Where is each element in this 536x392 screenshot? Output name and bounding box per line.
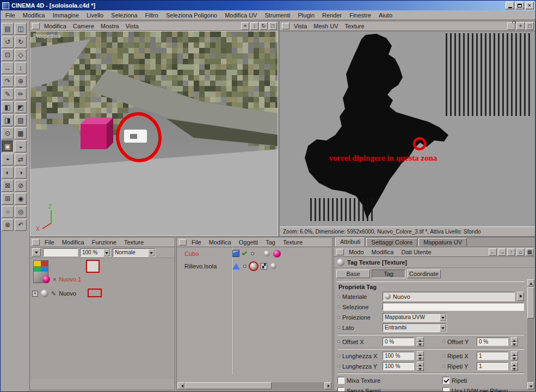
opacity-dropdown[interactable]: 100 % (80, 248, 110, 257)
camera-tool-button[interactable]: ◎ (15, 206, 27, 218)
visibility-dot-icon[interactable] (243, 265, 247, 268)
vertical-scrollbar[interactable] (527, 279, 534, 389)
lunghezza-x-field[interactable]: 100 % (383, 352, 414, 360)
light-tool-button[interactable]: ○ (2, 206, 14, 218)
horizontal-scrollbar[interactable] (177, 382, 331, 389)
object-name[interactable]: Rilievo.Isola (184, 263, 229, 270)
obj-menu-tag[interactable]: Tag (262, 238, 279, 247)
coordinates-tool-button[interactable]: ⊞ (2, 193, 14, 205)
mixa-texture-checkbox[interactable] (337, 377, 344, 384)
object-name[interactable]: Cubo (184, 250, 229, 257)
mat-menu-texture[interactable]: Texture (120, 238, 147, 247)
attr-menu-modifica[interactable]: Modifica (368, 248, 398, 256)
swap-colors-tool-button[interactable]: ⇄ (15, 154, 27, 166)
redo-tool-button[interactable]: ↻ (15, 36, 27, 48)
viewport-menu-icon[interactable] (282, 23, 289, 29)
minimize-button[interactable] (506, 2, 514, 9)
keyframe-dot-icon[interactable] (442, 354, 445, 357)
maximize-button[interactable] (515, 2, 524, 9)
offset-x-field[interactable]: 0 % (383, 338, 414, 346)
object-row[interactable]: Cubo (177, 247, 332, 260)
keyframe-dot-icon[interactable] (442, 365, 445, 367)
pan-icon[interactable]: + (516, 22, 525, 30)
ripeti-y-field[interactable]: 1 (477, 362, 508, 370)
scroll-left-icon[interactable] (177, 382, 184, 389)
lunghezza-y-field[interactable]: 100 % (383, 362, 414, 370)
paint-brush-tool-button[interactable]: ✎ (2, 88, 14, 100)
background-color-tool-button[interactable]: ◑ (15, 167, 27, 179)
layer-name[interactable]: Nuovo (59, 290, 76, 297)
tab-attributi[interactable]: Attributi (335, 237, 365, 247)
senza-segni-checkbox[interactable] (337, 387, 344, 392)
spinner[interactable] (511, 337, 518, 346)
home-icon[interactable]: ⌂ (516, 248, 525, 256)
menu-file[interactable]: File (2, 11, 19, 20)
move-tool-button[interactable]: ↔ (2, 62, 14, 74)
panel-menu-icon[interactable] (336, 249, 344, 255)
rotate-tool-button[interactable]: ↷ (2, 75, 14, 87)
visibility-dot-icon[interactable] (251, 252, 254, 255)
keyframe-dot-icon[interactable] (337, 340, 340, 343)
materiale-field[interactable]: Nuovo (383, 292, 515, 301)
offset-y-field[interactable]: 0 % (477, 338, 508, 346)
menu-plugin[interactable]: Plugin (294, 11, 319, 20)
keyframe-dot-icon[interactable] (442, 340, 445, 343)
layer-row[interactable]: + ✎ Nuovo (32, 287, 172, 299)
view-layout-tool-button[interactable]: ▤ (2, 23, 14, 35)
attr-menu-modo[interactable]: Modo (345, 248, 368, 256)
foreground-color-tool-button[interactable]: ◐ (2, 167, 14, 179)
obj-menu-texture[interactable]: Texture (279, 238, 306, 247)
active-channel-badge[interactable] (86, 260, 100, 273)
keyframe-dot-icon[interactable] (337, 295, 340, 298)
menu-aiuto[interactable]: Aiuto (375, 11, 396, 20)
menu-filtro[interactable]: Filtro (141, 11, 162, 20)
menu-modifica[interactable]: Modifica (19, 11, 49, 20)
menu-render[interactable]: Render (318, 11, 346, 20)
eraser-tool-button[interactable]: ◧ (2, 101, 14, 113)
vpr-menu-texture[interactable]: Texture (342, 22, 368, 30)
smudge-tool-button[interactable]: ◒ (15, 140, 27, 152)
world-grid-tool-button[interactable]: ⊗ (2, 219, 14, 231)
enabled-check-icon[interactable] (242, 250, 247, 255)
menu-finestre[interactable]: Finestre (346, 11, 375, 20)
color-picker-tool-button[interactable]: ⊙ (2, 127, 14, 139)
mat-menu-funzione[interactable]: Funzione (88, 238, 120, 247)
menu-seleziona[interactable]: Seleziona (107, 11, 141, 20)
paint-on-texture-tool-button[interactable]: ▣ (2, 140, 14, 152)
brush-settings-icon[interactable] (32, 248, 41, 256)
rotate-icon[interactable]: ↻ (260, 22, 268, 30)
menu-livello[interactable]: Livello (83, 11, 107, 20)
attr-menu-dati-utente[interactable]: Dati Utente (398, 248, 435, 256)
maximize-view-icon[interactable]: □ (269, 22, 277, 30)
scroll-right-icon[interactable] (324, 382, 331, 389)
texture-canvas[interactable]: vorrei dipingere in questa zona (280, 31, 535, 226)
keyframe-dot-icon[interactable] (337, 326, 340, 329)
usa-uvw-checkbox[interactable] (442, 387, 449, 392)
scrollbar-thumb[interactable] (527, 287, 534, 318)
menu-modifica-uv[interactable]: Modifica UV (221, 11, 261, 20)
uvw-tag-icon[interactable] (264, 250, 270, 256)
panel-menu-icon[interactable] (179, 239, 187, 246)
menu-seleziona-poligono[interactable]: Seleziona Poligono (162, 11, 221, 20)
tab-settaggi-colore[interactable]: Settaggi Colore (366, 238, 417, 247)
lato-dropdown[interactable]: Entrambi (383, 323, 447, 332)
subtab-base[interactable]: Base (336, 270, 370, 278)
lock-icon[interactable] (507, 22, 515, 30)
dodge-tool-button[interactable]: ◓ (2, 154, 14, 166)
pencil-tool-button[interactable]: ✏ (15, 88, 27, 100)
keyframe-dot-icon[interactable] (337, 354, 340, 357)
spinner[interactable] (417, 351, 424, 360)
expand-icon[interactable]: + (32, 291, 38, 297)
object-row[interactable]: Rilievo.Isola ▞ (177, 260, 332, 272)
subtab-tag[interactable]: Tag (372, 270, 405, 278)
blend-mode-dropdown[interactable]: Normale (113, 248, 155, 257)
keyframe-dot-icon[interactable] (337, 305, 340, 308)
render-view-tool-button[interactable]: ◉ (15, 193, 27, 205)
vpl-menu-modifica[interactable]: Modifica (41, 22, 70, 30)
dolly-icon[interactable]: ↕ (250, 22, 258, 30)
close-button[interactable]: × (525, 2, 534, 9)
scroll-down-icon[interactable] (527, 382, 534, 389)
viewport-menu-icon[interactable] (32, 23, 40, 29)
vpr-menu-mesh-uv[interactable]: Mesh UV (310, 22, 341, 30)
vpr-menu-vista[interactable]: Vista (291, 22, 310, 30)
